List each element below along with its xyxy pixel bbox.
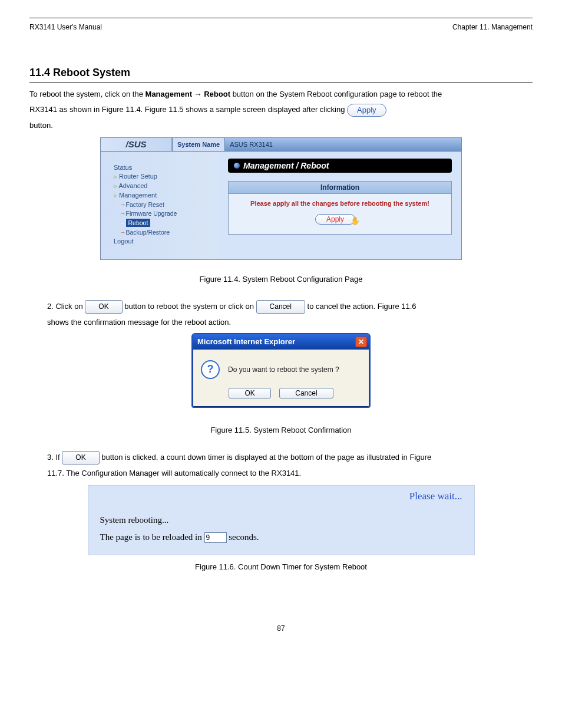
intro-paragraph-2: RX3141 as shown in Figure 11.4. Figure 1… [29,104,533,117]
info-text: Please apply all the changes before rebo… [229,200,451,207]
sidebar: Status ▹ Router Setup ▹ Advanced ▹ Manag… [101,151,219,259]
ok-button[interactable]: OK [229,388,270,398]
countdown-input [204,532,227,543]
figure-caption-6: Figure 11.6. Count Down Timer for System… [29,562,533,571]
system-name-value: ASUS RX3141 [225,138,461,151]
content-title: Management / Reboot [228,159,452,173]
close-icon[interactable]: ✕ [355,337,367,347]
page-number: 87 [29,624,533,633]
cursor-icon: ✋ [351,216,360,225]
sidebar-item-logout[interactable]: Logout [114,238,214,245]
apply-button[interactable]: Apply [315,214,355,225]
wait-box: Please wait... System rebooting... The p… [88,485,475,555]
header-left: RX3141 User's Manual [29,23,102,31]
sidebar-item-advanced[interactable]: ▹ Advanced [114,182,214,190]
section-title: 11.4 Reboot System [29,67,533,79]
step-2: 2. Click on OK button to reboot the syst… [47,300,533,314]
header-right: Chapter 11. Management [452,23,533,31]
info-head: Information [229,182,451,194]
nav-seq: Management → Reboot [146,90,230,98]
ok-button-inline: OK [85,300,122,314]
figure-caption-4: Figure 11.4. System Reboot Configuration… [29,275,533,284]
sidebar-item-reboot[interactable]: →Reboot [114,219,214,227]
cancel-button[interactable]: Cancel [279,388,333,398]
confirm-dialog: Microsoft Internet Explorer ✕ ? Do you w… [191,333,371,408]
step-2b: shows the confirmation message for the r… [47,317,533,328]
sidebar-item-firmware[interactable]: →Firmware Upgrade [114,210,214,217]
intro-paragraph: To reboot the system, click on the Manag… [29,89,533,100]
step-3: 3. If OK button is clicked, a count down… [47,451,533,465]
sidebar-item-status[interactable]: Status [114,164,214,171]
figure-caption-5: Figure 11.5. System Reboot Confirmation [29,426,533,434]
reload-line: The page is to be reloaded in seconds. [100,532,462,543]
sidebar-item-management[interactable]: ▹ Management [114,192,214,199]
asus-logo: /SUS [101,138,172,151]
rebooting-text: System rebooting... [100,515,462,525]
step-3b: 11.7. The Configuration Manager will aut… [47,468,533,479]
cancel-button-inline: Cancel [256,300,305,314]
apply-button-inline: Apply [347,104,386,117]
router-screenshot: /SUS System Name ASUS RX3141 Status ▹ Ro… [100,137,462,260]
intro-paragraph-3: button. [29,120,533,131]
dialog-message: Do you want to reboot the system ? [228,365,339,374]
please-wait-text: Please wait... [409,490,462,502]
question-icon: ? [201,360,220,379]
sidebar-item-router[interactable]: ▹ Router Setup [114,173,214,180]
sidebar-item-backup[interactable]: →Backup/Restore [114,229,214,236]
info-box: Information Please apply all the changes… [228,181,452,235]
ok-button-inline-2: OK [62,451,99,465]
system-name-label: System Name [172,138,225,151]
sidebar-item-factory-reset[interactable]: →Factory Reset [114,201,214,208]
dialog-title: Microsoft Internet Explorer [197,337,295,346]
